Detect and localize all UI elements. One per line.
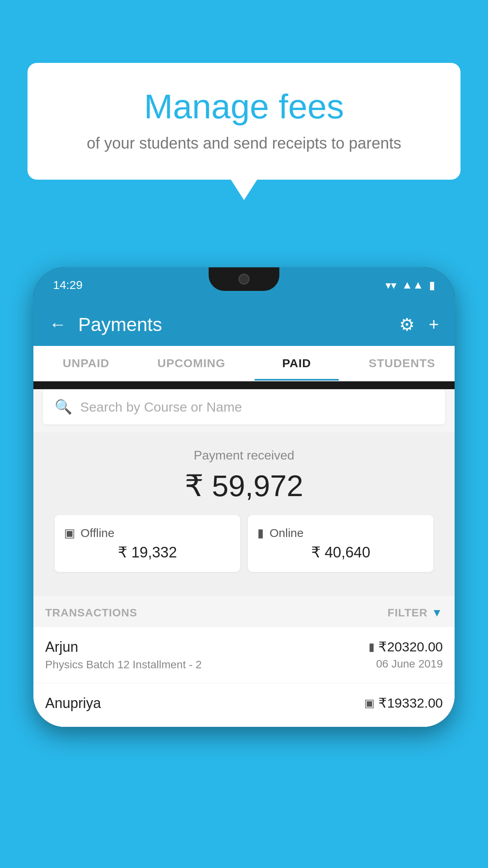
phone-notch: [209, 267, 279, 291]
phone-wrapper: 14:29 ▾▾ ▲▲ ▮ ← Payments ⚙ + UNPAID UPCO…: [33, 267, 455, 868]
tab-upcoming[interactable]: UPCOMING: [139, 346, 244, 381]
tab-unpaid[interactable]: UNPAID: [33, 346, 139, 381]
payment-cards-row: ▣ Offline ₹ 19,332 ▮ Online ₹ 40,640: [45, 515, 443, 584]
filter-button[interactable]: FILTER ▼: [387, 607, 443, 619]
battery-icon: ▮: [429, 279, 435, 292]
signal-icon: ▲▲: [402, 279, 424, 291]
course-info: Physics Batch 12 Installment - 2: [45, 658, 202, 671]
online-card: ▮ Online ₹ 40,640: [248, 515, 433, 572]
wifi-icon: ▾▾: [385, 279, 396, 292]
transaction-left: Arjun Physics Batch 12 Installment - 2: [45, 639, 202, 671]
app-title: Payments: [78, 314, 387, 335]
speech-bubble: Manage fees of your students and send re…: [28, 63, 460, 180]
online-icon: ▮: [257, 526, 264, 540]
app-bar: ← Payments ⚙ +: [33, 303, 455, 346]
search-input[interactable]: Search by Course or Name: [80, 399, 242, 415]
transaction-left: Anupriya: [45, 695, 101, 715]
search-bar[interactable]: 🔍 Search by Course or Name: [43, 389, 445, 425]
bubble-title: Manage fees: [51, 86, 437, 127]
student-name: Anupriya: [45, 695, 101, 712]
offline-label: Offline: [81, 526, 114, 540]
content-area: 🔍 Search by Course or Name Payment recei…: [33, 389, 455, 727]
amount-row: ▮ ₹20320.00: [369, 639, 443, 655]
student-name: Arjun: [45, 639, 202, 655]
filter-label: FILTER: [387, 607, 427, 619]
offline-icon: ▣: [64, 526, 75, 540]
online-amount: ₹ 40,640: [257, 544, 424, 561]
tabs-bar: UNPAID UPCOMING PAID STUDENTS: [33, 346, 455, 381]
transaction-amount: ₹20320.00: [378, 639, 443, 655]
transaction-right: ▮ ₹20320.00 06 June 2019: [369, 639, 443, 670]
transactions-label: TRANSACTIONS: [45, 607, 137, 619]
offline-amount: ₹ 19,332: [64, 544, 231, 561]
transaction-row[interactable]: Arjun Physics Batch 12 Installment - 2 ▮…: [33, 627, 455, 683]
filter-icon: ▼: [431, 607, 443, 619]
payment-total-amount: ₹ 59,972: [45, 468, 443, 503]
amount-row: ▣ ₹19332.00: [364, 695, 443, 711]
camera: [238, 274, 250, 285]
search-icon: 🔍: [55, 399, 72, 415]
status-bar: 14:29 ▾▾ ▲▲ ▮: [33, 267, 455, 303]
offline-card: ▣ Offline ₹ 19,332: [55, 515, 240, 572]
add-button[interactable]: +: [429, 314, 439, 334]
back-button[interactable]: ←: [49, 314, 66, 334]
tab-paid[interactable]: PAID: [244, 346, 349, 381]
app-bar-icons: ⚙ +: [399, 314, 439, 335]
cash-icon: ▣: [364, 697, 374, 710]
payment-received-section: Payment received ₹ 59,972 ▣ Offline ₹ 19…: [33, 432, 455, 596]
transaction-amount: ₹19332.00: [378, 695, 443, 711]
settings-button[interactable]: ⚙: [399, 314, 415, 335]
transaction-row[interactable]: Anupriya ▣ ₹19332.00: [33, 683, 455, 727]
transaction-date: 06 June 2019: [369, 658, 443, 670]
status-time: 14:29: [53, 278, 83, 292]
online-label: Online: [270, 526, 304, 540]
payment-received-label: Payment received: [45, 448, 443, 463]
status-icons: ▾▾ ▲▲ ▮: [385, 279, 435, 292]
phone: 14:29 ▾▾ ▲▲ ▮ ← Payments ⚙ + UNPAID UPCO…: [33, 267, 455, 727]
offline-card-header: ▣ Offline: [64, 526, 231, 540]
bubble-subtitle: of your students and send receipts to pa…: [51, 134, 437, 152]
online-card-header: ▮ Online: [257, 526, 424, 540]
tab-students[interactable]: STUDENTS: [349, 346, 455, 381]
transaction-right: ▣ ₹19332.00: [364, 695, 443, 714]
card-icon: ▮: [369, 640, 374, 653]
transactions-header: TRANSACTIONS FILTER ▼: [33, 596, 455, 627]
